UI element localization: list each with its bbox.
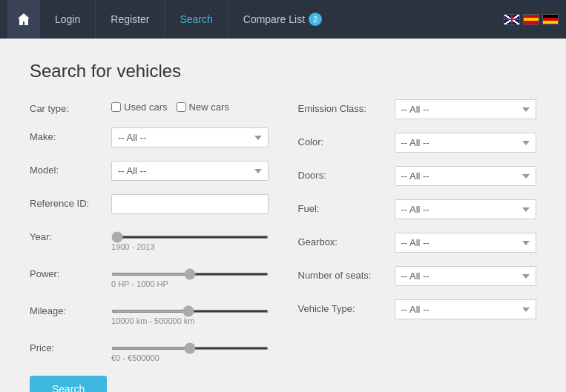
nav-register[interactable]: Register xyxy=(96,0,165,39)
price-slider[interactable] xyxy=(111,347,269,350)
page-title: Search for vehicles xyxy=(30,61,536,82)
vehicle-type-select-wrap: -- All -- xyxy=(395,299,537,319)
doors-label: Doors: xyxy=(298,166,395,181)
make-label: Make: xyxy=(30,127,111,142)
reference-id-label: Reference ID: xyxy=(30,194,111,209)
price-range-label: €0 - €500000 xyxy=(111,353,269,362)
search-button-wrap: Search xyxy=(30,376,269,392)
gearbox-select-wrap: -- All -- xyxy=(395,233,537,253)
price-label: Price: xyxy=(30,339,111,353)
year-range-label: 1900 - 2013 xyxy=(111,242,269,251)
used-cars-checkbox[interactable] xyxy=(111,102,121,112)
compare-badge: 2 xyxy=(309,13,322,26)
make-row: Make: -- All -- xyxy=(30,127,269,147)
model-select[interactable]: -- All -- xyxy=(111,161,269,181)
color-row: Color: -- All -- xyxy=(298,133,537,153)
price-range-wrap: €0 - €500000 xyxy=(111,339,269,362)
mileage-row: Mileage: 10000 km - 500000 km xyxy=(30,302,269,325)
home-button[interactable] xyxy=(7,0,40,39)
language-flags xyxy=(504,14,559,25)
seats-select[interactable]: -- All -- xyxy=(395,266,537,286)
power-range-label: 0 HP - 1000 HP xyxy=(111,279,269,288)
reference-id-wrap xyxy=(111,194,269,214)
nav-login[interactable]: Login xyxy=(40,0,96,39)
nav-compare-list[interactable]: Compare List 2 xyxy=(228,0,337,39)
seats-row: Number of seats: -- All -- xyxy=(298,266,537,286)
flag-de[interactable] xyxy=(542,14,559,25)
mileage-slider[interactable] xyxy=(111,310,269,313)
reference-id-input[interactable] xyxy=(111,194,269,214)
form-left: Car type: Used cars New cars Make: xyxy=(30,99,269,392)
make-select-wrap: -- All -- xyxy=(111,127,269,147)
year-label: Year: xyxy=(30,227,111,242)
power-slider[interactable] xyxy=(111,273,269,276)
mileage-label: Mileage: xyxy=(30,302,111,316)
seats-select-wrap: -- All -- xyxy=(395,266,537,286)
gearbox-row: Gearbox: -- All -- xyxy=(298,233,537,253)
doors-row: Doors: -- All -- xyxy=(298,166,537,186)
seats-label: Number of seats: xyxy=(298,266,395,281)
new-cars-label[interactable]: New cars xyxy=(177,102,229,113)
navbar: Login Register Search Compare List 2 xyxy=(0,0,566,39)
nav-search[interactable]: Search xyxy=(165,0,228,39)
model-select-wrap: -- All -- xyxy=(111,161,269,181)
make-select[interactable]: -- All -- xyxy=(111,127,269,147)
power-label: Power: xyxy=(30,265,111,279)
nav-links: Login Register Search Compare List 2 xyxy=(40,0,504,39)
mileage-range-wrap: 10000 km - 500000 km xyxy=(111,302,269,325)
emission-label: Emission Class: xyxy=(298,99,395,114)
vehicle-type-select[interactable]: -- All -- xyxy=(395,299,537,319)
year-range-wrap: 1900 - 2013 xyxy=(111,227,269,251)
color-select-wrap: -- All -- xyxy=(395,133,537,153)
year-slider[interactable] xyxy=(111,236,269,239)
car-type-options: Used cars New cars xyxy=(111,99,269,113)
doors-select-wrap: -- All -- xyxy=(395,166,537,186)
doors-select[interactable]: -- All -- xyxy=(395,166,537,186)
model-label: Model: xyxy=(30,161,111,176)
fuel-label: Fuel: xyxy=(298,199,395,214)
flag-gb[interactable] xyxy=(504,14,520,25)
emission-select-wrap: -- All -- xyxy=(395,99,537,119)
fuel-select[interactable]: -- All -- xyxy=(395,199,537,219)
form-right: Emission Class: -- All -- Color: -- All … xyxy=(298,99,537,392)
search-form: Car type: Used cars New cars Make: xyxy=(30,99,536,392)
reference-id-row: Reference ID: xyxy=(30,194,269,214)
year-row: Year: 1900 - 2013 xyxy=(30,227,269,251)
fuel-select-wrap: -- All -- xyxy=(395,199,537,219)
car-type-row: Car type: Used cars New cars xyxy=(30,99,269,114)
emission-row: Emission Class: -- All -- xyxy=(298,99,537,119)
power-row: Power: 0 HP - 1000 HP xyxy=(30,265,269,288)
mileage-range-label: 10000 km - 500000 km xyxy=(111,316,269,325)
color-label: Color: xyxy=(298,133,395,147)
car-type-label: Car type: xyxy=(30,99,111,114)
fuel-row: Fuel: -- All -- xyxy=(298,199,537,219)
model-row: Model: -- All -- xyxy=(30,161,269,181)
search-button[interactable]: Search xyxy=(30,376,107,392)
vehicle-type-row: Vehicle Type: -- All -- xyxy=(298,299,537,319)
main-content: Search for vehicles Car type: Used cars … xyxy=(0,39,566,392)
vehicle-type-label: Vehicle Type: xyxy=(298,299,395,314)
flag-es[interactable] xyxy=(523,14,539,25)
used-cars-label[interactable]: Used cars xyxy=(111,102,168,113)
emission-select[interactable]: -- All -- xyxy=(395,99,537,119)
color-select[interactable]: -- All -- xyxy=(395,133,537,153)
new-cars-checkbox[interactable] xyxy=(177,102,186,112)
gearbox-label: Gearbox: xyxy=(298,233,395,248)
gearbox-select[interactable]: -- All -- xyxy=(395,233,537,253)
power-range-wrap: 0 HP - 1000 HP xyxy=(111,265,269,288)
price-row: Price: €0 - €500000 xyxy=(30,339,269,362)
